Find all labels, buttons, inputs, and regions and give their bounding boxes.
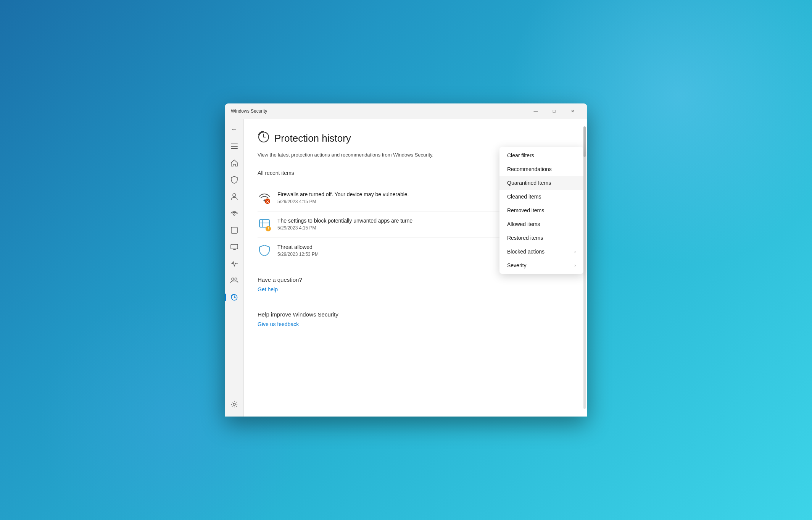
allowed-items-label: Allowed items — [507, 221, 540, 227]
severity-label: Severity — [507, 262, 527, 268]
svg-point-4 — [234, 214, 235, 215]
improve-title: Help improve Windows Security — [258, 311, 574, 318]
dropdown-item-cleaned[interactable]: Cleaned items — [499, 190, 583, 203]
svg-text:✕: ✕ — [266, 200, 269, 204]
restored-items-label: Restored items — [507, 235, 543, 241]
maximize-button[interactable]: □ — [545, 105, 563, 117]
sidebar-item-apps[interactable] — [227, 223, 242, 238]
history-header-icon — [258, 131, 270, 146]
svg-rect-0 — [231, 144, 238, 144]
get-help-link[interactable]: Get help — [258, 286, 278, 292]
svg-rect-2 — [231, 148, 238, 149]
feedback-link[interactable]: Give us feedback — [258, 321, 299, 327]
clear-filters-label: Clear filters — [507, 152, 534, 158]
sidebar-item-home[interactable] — [227, 155, 242, 171]
cleaned-items-label: Cleaned items — [507, 194, 541, 200]
svg-text:!: ! — [267, 226, 269, 231]
section-title: All recent items — [258, 170, 294, 176]
history-text-2: The settings to block potentially unwant… — [277, 218, 412, 231]
windows-security-window: Windows Security — □ ✕ ← — [225, 103, 587, 417]
title-bar: Windows Security — □ ✕ — [225, 103, 587, 119]
history-text-1: Firewalls are turned off. Your device ma… — [277, 191, 409, 204]
minimize-button[interactable]: — — [527, 105, 545, 117]
sidebar-item-menu[interactable] — [227, 139, 242, 154]
sidebar-item-settings[interactable] — [227, 397, 242, 412]
scrollbar[interactable] — [583, 126, 586, 409]
svg-rect-6 — [231, 244, 238, 249]
svg-point-3 — [233, 194, 236, 197]
filters-dropdown: Clear filters Recommendations Quarantine… — [499, 147, 583, 274]
svg-point-10 — [233, 403, 235, 405]
sidebar-item-history[interactable] — [227, 290, 242, 305]
severity-arrow: › — [574, 263, 576, 268]
scrollbar-thumb[interactable] — [583, 126, 586, 157]
history-main-3: Threat allowed — [277, 244, 319, 250]
svg-point-8 — [235, 278, 237, 280]
content-area: Protection history View the latest prote… — [244, 119, 587, 417]
page-title: Protection history — [274, 132, 351, 144]
help-section: Have a question? Get help — [258, 276, 574, 293]
sidebar-item-health[interactable] — [227, 256, 242, 271]
svg-rect-18 — [259, 220, 269, 227]
dropdown-item-restored[interactable]: Restored items — [499, 231, 583, 245]
window-title: Windows Security — [231, 108, 267, 114]
blocked-actions-arrow: › — [574, 249, 576, 254]
settings-warning-icon: ! — [258, 218, 271, 231]
dropdown-item-quarantined[interactable]: Quarantined Items — [499, 176, 583, 190]
svg-point-7 — [232, 278, 234, 280]
svg-rect-1 — [231, 146, 238, 147]
wifi-warning-icon: ! ✕ — [258, 191, 271, 205]
history-date-3: 5/29/2023 12:53 PM — [277, 252, 319, 257]
sidebar-item-family[interactable] — [227, 273, 242, 288]
history-main-1: Firewalls are turned off. Your device ma… — [277, 191, 409, 197]
dropdown-item-removed[interactable]: Removed items — [499, 203, 583, 217]
svg-rect-5 — [231, 227, 237, 233]
removed-items-label: Removed items — [507, 207, 544, 213]
sidebar-item-account[interactable] — [227, 189, 242, 204]
history-main-2: The settings to block potentially unwant… — [277, 218, 412, 224]
blocked-actions-label: Blocked actions — [507, 249, 545, 255]
sidebar-item-network[interactable] — [227, 206, 242, 221]
dropdown-item-recommendations[interactable]: Recommendations — [499, 162, 583, 176]
window-controls: — □ ✕ — [527, 105, 581, 117]
main-layout: ← — [225, 119, 587, 417]
history-text-3: Threat allowed 5/29/2023 12:53 PM — [277, 244, 319, 257]
history-date-2: 5/29/2023 4:15 PM — [277, 225, 412, 231]
dropdown-item-clear-filters[interactable]: Clear filters — [499, 149, 583, 162]
close-button[interactable]: ✕ — [564, 105, 581, 117]
dropdown-item-allowed[interactable]: Allowed items — [499, 217, 583, 231]
sidebar-item-device[interactable] — [227, 239, 242, 255]
page-header: Protection history — [258, 131, 574, 146]
sidebar-item-back[interactable]: ← — [227, 122, 242, 137]
sidebar-item-shield[interactable] — [227, 172, 242, 187]
dropdown-item-blocked[interactable]: Blocked actions › — [499, 245, 583, 258]
history-date-1: 5/29/2023 4:15 PM — [277, 199, 409, 204]
quarantined-items-label: Quarantined Items — [507, 180, 551, 186]
shield-allowed-icon — [258, 244, 271, 258]
recommendations-label: Recommendations — [507, 166, 552, 172]
dropdown-item-severity[interactable]: Severity › — [499, 258, 583, 272]
improve-section: Help improve Windows Security Give us fe… — [258, 311, 574, 328]
sidebar: ← — [225, 119, 244, 417]
help-title: Have a question? — [258, 276, 574, 283]
